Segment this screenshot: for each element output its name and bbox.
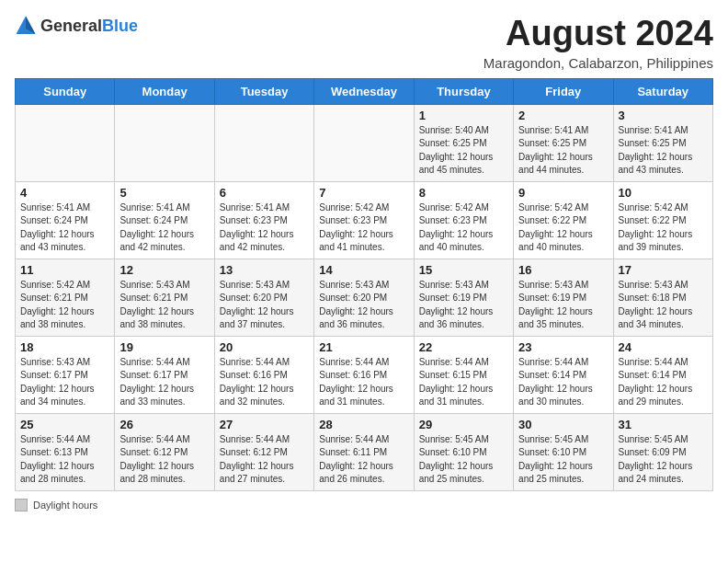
day-info: Sunrise: 5:43 AM Sunset: 6:21 PM Dayligh… [119,279,209,332]
calendar-cell-w5-d1: 25Sunrise: 5:44 AM Sunset: 6:13 PM Dayli… [16,413,115,490]
day-number: 24 [619,340,708,354]
day-info: Sunrise: 5:43 AM Sunset: 6:19 PM Dayligh… [518,279,608,332]
day-info: Sunrise: 5:44 AM Sunset: 6:15 PM Dayligh… [419,356,508,409]
day-info: Sunrise: 5:44 AM Sunset: 6:14 PM Dayligh… [518,356,608,409]
calendar-cell-w1-d3 [214,104,313,181]
day-info: Sunrise: 5:41 AM Sunset: 6:24 PM Dayligh… [119,201,209,255]
day-info: Sunrise: 5:45 AM Sunset: 6:10 PM Dayligh… [419,433,508,487]
calendar-cell-w1-d2 [115,104,214,181]
calendar-cell-w2-d5: 8Sunrise: 5:42 AM Sunset: 6:23 PM Daylig… [414,181,513,259]
title-block: August 2024 Maragondon, Calabarzon, Phil… [483,15,713,71]
calendar-cell-w3-d1: 11Sunrise: 5:42 AM Sunset: 6:21 PM Dayli… [16,259,115,336]
day-number: 30 [518,418,608,431]
calendar-cell-w2-d4: 7Sunrise: 5:42 AM Sunset: 6:23 PM Daylig… [314,181,414,259]
day-info: Sunrise: 5:43 AM Sunset: 6:18 PM Dayligh… [619,279,708,332]
location-subtitle: Maragondon, Calabarzon, Philippines [483,55,713,71]
day-info: Sunrise: 5:43 AM Sunset: 6:20 PM Dayligh… [220,279,309,332]
day-number: 27 [220,418,309,431]
page-header: GeneralBlue August 2024 Maragondon, Cala… [15,15,713,71]
logo-text: GeneralBlue [40,17,138,36]
day-number: 16 [518,263,608,277]
day-info: Sunrise: 5:42 AM Sunset: 6:21 PM Dayligh… [20,279,109,332]
day-number: 11 [20,263,109,277]
calendar-table: Sunday Monday Tuesday Wednesday Thursday… [15,78,713,491]
day-number: 18 [20,340,109,354]
calendar-cell-w1-d4 [314,104,414,181]
calendar-cell-w1-d6: 2Sunrise: 5:41 AM Sunset: 6:25 PM Daylig… [514,104,613,181]
calendar-cell-w3-d4: 14Sunrise: 5:43 AM Sunset: 6:20 PM Dayli… [314,259,414,336]
day-number: 17 [619,263,708,277]
calendar-cell-w4-d4: 21Sunrise: 5:44 AM Sunset: 6:16 PM Dayli… [314,336,414,413]
day-info: Sunrise: 5:43 AM Sunset: 6:17 PM Dayligh… [20,356,109,409]
calendar-cell-w5-d6: 30Sunrise: 5:45 AM Sunset: 6:10 PM Dayli… [514,413,613,490]
day-number: 20 [220,340,309,354]
day-info: Sunrise: 5:42 AM Sunset: 6:22 PM Dayligh… [619,201,708,255]
legend-label: Daylight hours [33,500,97,511]
calendar-cell-w4-d1: 18Sunrise: 5:43 AM Sunset: 6:17 PM Dayli… [16,336,115,413]
calendar-cell-w5-d5: 29Sunrise: 5:45 AM Sunset: 6:10 PM Dayli… [414,413,513,490]
calendar-cell-w2-d2: 5Sunrise: 5:41 AM Sunset: 6:24 PM Daylig… [115,181,214,259]
day-number: 1 [419,109,508,122]
day-info: Sunrise: 5:44 AM Sunset: 6:16 PM Dayligh… [319,356,408,409]
header-monday: Monday [115,78,214,104]
calendar-cell-w1-d1 [16,104,115,181]
day-info: Sunrise: 5:42 AM Sunset: 6:23 PM Dayligh… [419,201,508,255]
day-number: 21 [319,340,408,354]
month-year-title: August 2024 [483,15,713,53]
day-number: 28 [319,418,408,431]
calendar-week-2: 4Sunrise: 5:41 AM Sunset: 6:24 PM Daylig… [16,181,713,259]
calendar-cell-w4-d2: 19Sunrise: 5:44 AM Sunset: 6:17 PM Dayli… [115,336,214,413]
calendar-cell-w5-d2: 26Sunrise: 5:44 AM Sunset: 6:12 PM Dayli… [115,413,214,490]
calendar-cell-w3-d7: 17Sunrise: 5:43 AM Sunset: 6:18 PM Dayli… [613,259,712,336]
header-friday: Friday [514,78,613,104]
day-number: 22 [419,340,508,354]
logo-icon [15,15,37,37]
day-number: 3 [619,109,708,122]
header-tuesday: Tuesday [214,78,313,104]
calendar-cell-w3-d2: 12Sunrise: 5:43 AM Sunset: 6:21 PM Dayli… [115,259,214,336]
day-info: Sunrise: 5:42 AM Sunset: 6:23 PM Dayligh… [319,201,408,255]
calendar-week-4: 18Sunrise: 5:43 AM Sunset: 6:17 PM Dayli… [16,336,713,413]
calendar-body: 1Sunrise: 5:40 AM Sunset: 6:25 PM Daylig… [16,104,713,490]
calendar-cell-w3-d5: 15Sunrise: 5:43 AM Sunset: 6:19 PM Dayli… [414,259,513,336]
day-info: Sunrise: 5:44 AM Sunset: 6:12 PM Dayligh… [220,433,309,487]
day-info: Sunrise: 5:40 AM Sunset: 6:25 PM Dayligh… [419,124,508,178]
day-number: 12 [119,263,209,277]
logo: GeneralBlue [15,15,138,37]
calendar-cell-w5-d4: 28Sunrise: 5:44 AM Sunset: 6:11 PM Dayli… [314,413,414,490]
day-number: 2 [518,109,608,122]
day-number: 9 [518,186,608,200]
day-info: Sunrise: 5:45 AM Sunset: 6:09 PM Dayligh… [619,433,708,487]
day-number: 8 [419,186,508,200]
header-thursday: Thursday [414,78,513,104]
calendar-cell-w4-d5: 22Sunrise: 5:44 AM Sunset: 6:15 PM Dayli… [414,336,513,413]
day-number: 13 [220,263,309,277]
day-info: Sunrise: 5:44 AM Sunset: 6:12 PM Dayligh… [119,433,209,487]
header-row: Sunday Monday Tuesday Wednesday Thursday… [16,78,713,104]
calendar-cell-w1-d5: 1Sunrise: 5:40 AM Sunset: 6:25 PM Daylig… [414,104,513,181]
day-info: Sunrise: 5:44 AM Sunset: 6:13 PM Dayligh… [20,433,109,487]
day-number: 5 [119,186,209,200]
calendar-cell-w4-d3: 20Sunrise: 5:44 AM Sunset: 6:16 PM Dayli… [214,336,313,413]
calendar-cell-w3-d3: 13Sunrise: 5:43 AM Sunset: 6:20 PM Dayli… [214,259,313,336]
calendar-cell-w2-d3: 6Sunrise: 5:41 AM Sunset: 6:23 PM Daylig… [214,181,313,259]
header-saturday: Saturday [613,78,712,104]
day-number: 15 [419,263,508,277]
day-info: Sunrise: 5:44 AM Sunset: 6:14 PM Dayligh… [619,356,708,409]
calendar-cell-w2-d7: 10Sunrise: 5:42 AM Sunset: 6:22 PM Dayli… [613,181,712,259]
calendar-week-3: 11Sunrise: 5:42 AM Sunset: 6:21 PM Dayli… [16,259,713,336]
calendar-cell-w1-d7: 3Sunrise: 5:41 AM Sunset: 6:25 PM Daylig… [613,104,712,181]
calendar-cell-w5-d7: 31Sunrise: 5:45 AM Sunset: 6:09 PM Dayli… [613,413,712,490]
day-number: 14 [319,263,408,277]
day-number: 10 [619,186,708,200]
calendar-week-5: 25Sunrise: 5:44 AM Sunset: 6:13 PM Dayli… [16,413,713,490]
day-number: 23 [518,340,608,354]
calendar-cell-w3-d6: 16Sunrise: 5:43 AM Sunset: 6:19 PM Dayli… [514,259,613,336]
header-sunday: Sunday [16,78,115,104]
day-number: 7 [319,186,408,200]
day-info: Sunrise: 5:41 AM Sunset: 6:23 PM Dayligh… [220,201,309,255]
legend-box-icon [15,499,28,511]
day-info: Sunrise: 5:42 AM Sunset: 6:22 PM Dayligh… [518,201,608,255]
day-number: 6 [220,186,309,200]
day-info: Sunrise: 5:43 AM Sunset: 6:19 PM Dayligh… [419,279,508,332]
